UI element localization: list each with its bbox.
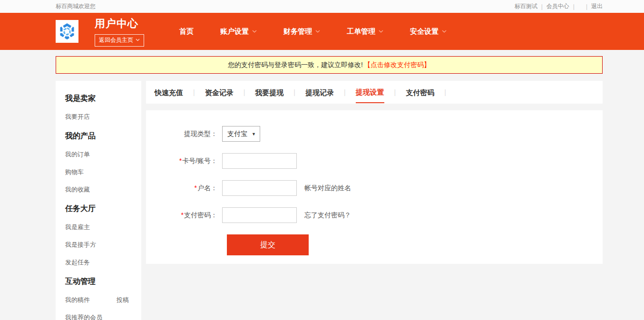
form-row-account: *卡号/账号： [146, 153, 603, 169]
account-label: 卡号/账号： [182, 157, 217, 165]
sidebar-item-recommended-members[interactable]: 我推荐的会员 [65, 309, 141, 320]
tab-quick-recharge[interactable]: 快速充值 [155, 82, 183, 103]
submit-row: 提交 [146, 234, 603, 255]
main-header: 用户中心 返回会员主页 首页 账户设置 财务管理 工单管理 [0, 13, 644, 50]
separator: | [344, 88, 346, 96]
sidebar-group-seller: 我是卖家 我要开店 [65, 89, 141, 126]
tab-pay-password[interactable]: 支付密码 [406, 82, 434, 103]
select-arrow-icon: ▼ [252, 132, 256, 136]
separator: | [541, 3, 543, 10]
sidebar-heading-seller: 我是卖家 [65, 89, 141, 108]
chevron-down-icon [442, 30, 447, 33]
form-row-holder-name: *户名： 帐号对应的姓名 [146, 180, 603, 196]
tabs-bar: 快速充值 | 资金记录 | 我要提现 | 提现记录 | 提现设置 | 支付密码 … [146, 81, 603, 104]
separator: | [394, 88, 396, 96]
holder-name-label: 户名： [197, 184, 217, 192]
tab-withdraw-settings[interactable]: 提现设置 [356, 82, 384, 103]
sidebar-heading-interaction: 互动管理 [65, 272, 141, 291]
chevron-down-icon [136, 39, 140, 41]
nav-item-account-settings[interactable]: 账户设置 [220, 27, 257, 36]
topbar-links: 标百测试 | 会员中心 | | 退出 [515, 2, 603, 10]
site-logo[interactable] [56, 20, 78, 43]
main-nav: 首页 账户设置 财务管理 工单管理 安全设置 [179, 27, 447, 36]
topbar: 标百商城欢迎您 标百测试 | 会员中心 | | 退出 [0, 0, 644, 13]
chevron-down-icon [315, 30, 320, 33]
withdraw-type-select[interactable]: 支付宝 ▼ [222, 126, 260, 142]
sidebar-heading-products: 我的产品 [65, 127, 141, 146]
sidebar-item-start-task[interactable]: 发起任务 [65, 254, 141, 272]
logo-hexagon-icon [59, 23, 75, 39]
form-row-pay-password: *支付密码： 忘了支付密码？ [146, 207, 603, 223]
sidebar-item-cart[interactable]: 购物车 [65, 164, 141, 181]
separator: | [573, 3, 575, 10]
required-mark: * [181, 211, 184, 219]
page-title: 用户中心 [95, 17, 156, 31]
nav-item-home[interactable]: 首页 [179, 27, 194, 36]
sidebar-item-submit-draft[interactable]: 投稿 [117, 296, 129, 304]
nav-item-work-orders[interactable]: 工单管理 [347, 27, 383, 36]
sidebar-item-my-drafts[interactable]: 我的稿件 投稿 [65, 291, 141, 309]
account-number-input[interactable] [222, 153, 297, 169]
nav-item-security-settings[interactable]: 安全设置 [410, 27, 447, 36]
sidebar-item-my-orders[interactable]: 我的订单 [65, 146, 141, 164]
pay-password-label: 支付密码： [184, 211, 217, 219]
sidebar-group-products: 我的产品 我的订单 购物车 我的收藏 [65, 127, 141, 199]
tab-fund-records[interactable]: 资金记录 [205, 82, 234, 103]
topbar-link-member-center[interactable]: 会员中心 [546, 2, 569, 10]
sidebar-group-task-hall: 任务大厅 我是雇主 我是接手方 发起任务 [65, 200, 141, 272]
sidebar-item-favorites[interactable]: 我的收藏 [65, 181, 141, 199]
sidebar-item-open-shop[interactable]: 我要开店 [65, 108, 141, 126]
sidebar: 我是卖家 我要开店 我的产品 我的订单 购物车 我的收藏 任务大厅 我是雇主 我… [56, 81, 141, 320]
tab-withdraw[interactable]: 我要提现 [255, 82, 283, 103]
holder-name-input[interactable] [222, 180, 297, 196]
back-to-member-home-label: 返回会员主页 [99, 36, 133, 44]
sidebar-group-interaction: 互动管理 我的稿件 投稿 我推荐的会员 [65, 272, 141, 320]
tab-withdraw-records[interactable]: 提现记录 [305, 82, 334, 103]
chevron-down-icon [379, 30, 383, 33]
sidebar-item-employer[interactable]: 我是雇主 [65, 219, 141, 236]
separator: | [293, 88, 295, 96]
chevron-down-icon [252, 30, 257, 33]
form-row-withdraw-type: 提现类型： 支付宝 ▼ [146, 126, 603, 142]
submit-button[interactable]: 提交 [227, 234, 309, 255]
separator: | [193, 88, 195, 96]
pay-password-input[interactable] [222, 207, 297, 223]
holder-name-hint: 帐号对应的姓名 [304, 184, 351, 193]
withdraw-type-value: 支付宝 [227, 130, 247, 138]
header-title-block: 用户中心 返回会员主页 [95, 17, 156, 47]
password-warning-banner: 您的支付密码与登录密码一致，建议立即修改! 【点击修改支付密码】 [56, 56, 603, 74]
warning-message: 您的支付密码与登录密码一致，建议立即修改! [228, 61, 363, 69]
separator: | [586, 3, 587, 10]
sidebar-item-taker[interactable]: 我是接手方 [65, 236, 141, 254]
separator: | [244, 88, 245, 96]
required-mark: * [195, 184, 197, 192]
main-content: 快速充值 | 资金记录 | 我要提现 | 提现记录 | 提现设置 | 支付密码 … [146, 81, 603, 320]
withdraw-settings-form: 提现类型： 支付宝 ▼ *卡号/账号： *户名： 帐号对应的姓名 *支 [146, 110, 603, 264]
nav-item-finance[interactable]: 财务管理 [283, 27, 320, 36]
modify-pay-password-link[interactable]: 【点击修改支付密码】 [364, 61, 430, 69]
required-mark: * [179, 157, 182, 165]
topbar-link-username[interactable]: 标百测试 [515, 2, 537, 10]
separator: | [444, 88, 446, 96]
topbar-link-logout[interactable]: 退出 [591, 2, 603, 10]
withdraw-type-label: 提现类型： [146, 130, 222, 138]
back-to-member-home-button[interactable]: 返回会员主页 [95, 34, 144, 47]
forgot-pay-password-link[interactable]: 忘了支付密码？ [304, 211, 351, 220]
page-body: 您的支付密码与登录密码一致，建议立即修改! 【点击修改支付密码】 我是卖家 我要… [0, 50, 644, 320]
sidebar-heading-task-hall: 任务大厅 [65, 200, 141, 219]
welcome-text: 标百商城欢迎您 [56, 2, 96, 10]
